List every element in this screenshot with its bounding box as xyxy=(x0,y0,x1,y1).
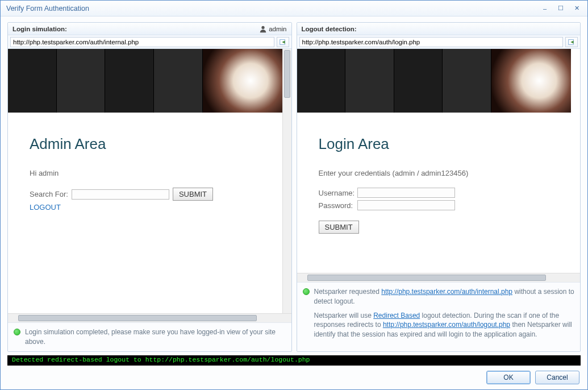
svg-point-0 xyxy=(262,26,265,28)
status-text: Login simulation completed, please make … xyxy=(25,327,286,347)
status-dot-icon xyxy=(14,329,20,335)
titlebar: Verify Form Authentication – ☐ ✕ xyxy=(1,1,587,16)
password-input[interactable] xyxy=(357,200,455,210)
requested-url-link[interactable]: http://php.testsparker.com/auth/internal… xyxy=(381,288,512,296)
panel-header: Logout detection: xyxy=(297,23,581,35)
banner-image xyxy=(203,49,282,113)
status-p1a: Netsparker requested xyxy=(314,288,382,296)
panel-title: Login simulation: xyxy=(12,26,67,32)
go-icon xyxy=(279,38,287,46)
url-bar xyxy=(8,35,291,49)
rendered-page: Login Area Enter your credentials (admin… xyxy=(297,49,572,273)
redirect-based-link[interactable]: Redirect Based xyxy=(373,312,420,320)
url-bar xyxy=(297,35,581,49)
workarea: Login simulation: admin xyxy=(1,16,587,355)
button-bar: OK Cancel xyxy=(1,366,587,389)
go-button[interactable] xyxy=(565,37,578,47)
logged-in-user: admin xyxy=(269,26,286,32)
panel-status: Netsparker requested http://php.testspar… xyxy=(297,282,581,351)
greeting-text: Hi admin xyxy=(30,169,261,177)
submit-button[interactable]: SUBMIT xyxy=(319,221,359,234)
password-label: Password: xyxy=(319,201,354,210)
status-p2a: Netsparker will use xyxy=(314,312,374,320)
horizontal-scrollbar[interactable] xyxy=(8,313,291,322)
browser-viewport: Admin Area Hi admin Search For: SUBMIT L… xyxy=(8,49,291,322)
logout-link[interactable]: LOGOUT xyxy=(30,203,261,211)
browser-viewport: Login Area Enter your credentials (admin… xyxy=(297,49,581,282)
page-banner xyxy=(297,49,572,113)
go-button[interactable] xyxy=(277,37,289,47)
console-output: Detected redirect-based logout to http:/… xyxy=(7,355,581,366)
search-input[interactable] xyxy=(72,189,169,200)
logout-detection-panel: Logout detection: xyxy=(297,22,581,352)
hint-text: Enter your credentials (admin / admin123… xyxy=(319,169,550,177)
status-text: Netsparker requested http://php.testspar… xyxy=(314,287,575,344)
search-label: Search For: xyxy=(30,190,68,198)
submit-button[interactable]: SUBMIT xyxy=(173,188,213,201)
go-icon xyxy=(568,38,576,46)
window-title: Verify Form Authentication xyxy=(6,5,536,13)
username-input[interactable] xyxy=(357,188,455,198)
logout-url-link[interactable]: http://php.testsparker.com/auth/logout.p… xyxy=(383,321,510,329)
url-input[interactable] xyxy=(10,37,274,47)
page-banner xyxy=(8,49,282,113)
vertical-scrollbar[interactable] xyxy=(282,49,291,313)
rendered-page: Admin Area Hi admin Search For: SUBMIT L… xyxy=(8,49,282,313)
panel-title: Logout detection: xyxy=(302,26,357,32)
ok-button[interactable]: OK xyxy=(486,371,531,384)
maximize-button[interactable]: ☐ xyxy=(553,3,568,14)
cancel-button[interactable]: Cancel xyxy=(535,371,579,384)
horizontal-scrollbar[interactable] xyxy=(297,273,581,282)
user-icon xyxy=(259,25,267,33)
login-simulation-panel: Login simulation: admin xyxy=(7,22,292,352)
url-input[interactable] xyxy=(299,37,564,47)
close-button[interactable]: ✕ xyxy=(569,3,584,14)
banner-image xyxy=(491,49,571,113)
page-heading: Admin Area xyxy=(30,135,261,153)
username-label: Username: xyxy=(319,189,354,197)
status-dot-icon xyxy=(303,288,310,295)
page-heading: Login Area xyxy=(319,135,550,153)
minimize-button[interactable]: – xyxy=(537,3,552,14)
panel-status: Login simulation completed, please make … xyxy=(8,322,291,351)
dialog-window: Verify Form Authentication – ☐ ✕ Login s… xyxy=(0,0,588,390)
panel-header: Login simulation: admin xyxy=(8,23,291,35)
